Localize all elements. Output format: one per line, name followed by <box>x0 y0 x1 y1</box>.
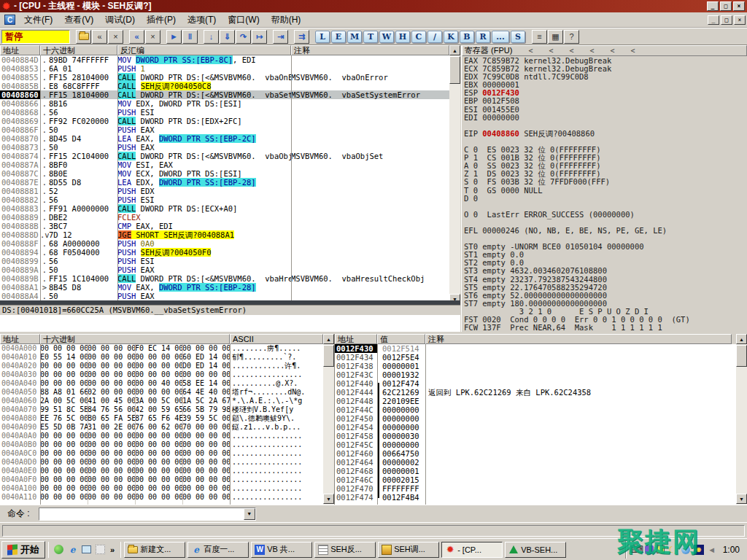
disasm-row[interactable]: 00408860.FF15 18104000CALL DWORD PTR DS:… <box>0 90 449 99</box>
menu-item-4[interactable]: 选项(T) <box>182 12 222 28</box>
menu-item-0[interactable]: 文件(F) <box>18 12 58 28</box>
disasm-row[interactable]: 00408881.52PUSH EDX <box>0 187 449 195</box>
restore-button[interactable]: □ <box>720 1 732 11</box>
disasm-row[interactable]: 00408868.56PUSH ESI <box>0 108 449 117</box>
stack-row[interactable]: 0012F4300012F514 <box>335 344 737 353</box>
debug-step-button-2[interactable]: ► <box>166 30 182 44</box>
taskbar-task-app[interactable]: SEH调... <box>378 542 439 558</box>
disasm-row[interactable]: 00408874.FF15 2C104000CALL DWORD PTR DS:… <box>0 152 449 160</box>
mdi-minimize-button[interactable]: _ <box>708 15 719 25</box>
debug-step-button-3[interactable]: ‖ <box>182 30 198 44</box>
stack-row[interactable]: 0012F43C00001932 <box>335 370 737 379</box>
disasm-row[interactable]: 00408882.56PUSH ESI <box>0 195 449 204</box>
window-button-H[interactable]: H <box>395 31 410 43</box>
restart-button[interactable]: « <box>92 30 107 44</box>
menu-item-5[interactable]: 窗口(W) <box>222 12 265 28</box>
appearance-button[interactable]: ▦ <box>548 30 563 44</box>
debug-step-button-0[interactable]: « <box>129 30 144 44</box>
dump-row[interactable]: 0040A05088 A8 01 6602 00 00 0000 00 00 0… <box>0 388 323 397</box>
scroll-thumb[interactable] <box>736 345 747 367</box>
window-button-more[interactable]: ... <box>492 31 509 43</box>
disasm-row[interactable]: 00408855.FF15 28104000CALL DWORD PTR DS:… <box>0 73 449 82</box>
collapse-arrow-icon[interactable]: < <box>528 47 533 55</box>
close-button[interactable]: × <box>733 1 745 11</box>
window-button-T[interactable]: T <box>363 31 378 43</box>
scroll-down-icon[interactable]: ▼ <box>323 494 334 504</box>
stack-row[interactable]: 0012F4340012F5E4 <box>335 353 737 362</box>
disasm-row[interactable]: 0040886F.50PUSH EAX <box>0 125 449 134</box>
register-line[interactable]: EIP 00408860 SEH反调?00408860 <box>462 130 747 138</box>
taskbar-task-vb[interactable]: VB-SEH... <box>505 542 566 558</box>
command-combobox[interactable]: ▼ <box>39 508 256 521</box>
collapse-arrow-icon[interactable]: < <box>589 47 594 55</box>
debug-step-button-6[interactable]: ↷ <box>236 30 251 44</box>
stack-row[interactable]: 0012F448220109EE <box>335 397 737 405</box>
stack-row[interactable]: 0012F44C00000000 <box>335 405 737 414</box>
disasm-row[interactable]: 00408873.50PUSH EAX <box>0 143 449 152</box>
disasm-row[interactable]: 0040887C.8B0EMOV ECX, DWORD PTR DS:[ESI] <box>0 169 449 178</box>
scroll-down-icon[interactable]: ▼ <box>736 494 747 504</box>
dump-row[interactable]: 0040A0C000 00 00 0000 00 00 0000 00 00 0… <box>0 449 323 458</box>
disasm-row[interactable]: 00408870.8D45 D4LEA EAX, DWORD PTR SS:[E… <box>0 134 449 143</box>
registers-pane[interactable]: 寄存器 (FPU)<<<<<< EAX 7C859B72 kernel32.De… <box>461 45 747 332</box>
cpu-window-icon[interactable]: C <box>4 15 15 25</box>
dump-row[interactable]: 0040A00000 00 00 0000 00 00 00F0 EC 14 0… <box>0 344 323 353</box>
window-button-B[interactable]: B <box>460 31 474 43</box>
scroll-thumb[interactable] <box>449 56 460 84</box>
ie-icon[interactable]: e <box>66 542 80 556</box>
debug-step-button-9[interactable]: ⇉ <box>294 30 309 44</box>
disasm-row[interactable]: 00408866.8B16MOV EDX, DWORD PTR DS:[ESI] <box>0 99 449 108</box>
window-button-slash[interactable]: / <box>427 31 442 43</box>
stack-row[interactable]: 0012F4400012F474 <box>335 379 737 388</box>
window-button-K[interactable]: K <box>444 31 458 43</box>
register-line[interactable]: D 0 <box>462 195 747 203</box>
window-button-S[interactable]: S <box>511 31 525 43</box>
scroll-up-icon[interactable]: ▲ <box>323 334 334 344</box>
stack-row[interactable]: 0012F43800000001 <box>335 362 737 370</box>
mdi-restore-button[interactable]: □ <box>721 15 732 25</box>
dump-row[interactable]: 0040A10000 00 00 0000 00 00 0000 00 00 0… <box>0 484 323 493</box>
dump-row[interactable]: 0040A090E5 5D 0B 7A31 00 2E 0076 00 62 0… <box>0 423 323 432</box>
stack-row[interactable]: 0012F46400000002 <box>335 458 737 467</box>
disasm-row[interactable]: 004088A1>8B45 D8MOV EAX, DWORD PTR SS:[E… <box>0 283 449 292</box>
disasm-row[interactable]: 0040884D.89BD 74FFFFFFMOV DWORD PTR SS:[… <box>0 55 449 64</box>
dump-row[interactable]: 0040A07099 51 8C 5B84 76 56 0042 00 59 6… <box>0 405 323 414</box>
dump-row[interactable]: 0040A0A000 00 00 0000 00 00 0000 00 00 0… <box>0 432 323 440</box>
close-process-button[interactable]: × <box>108 30 123 44</box>
dump-row[interactable]: 0040A11000 00 00 0000 00 00 0000 00 00 0… <box>0 493 323 502</box>
taskbar-task-olly[interactable]: ✹- [CP... <box>441 542 503 558</box>
start-button[interactable]: 开始 <box>1 541 45 559</box>
messenger-icon[interactable] <box>52 542 66 556</box>
dump-row[interactable]: 0040A02000 00 00 0000 00 00 0000 00 00 0… <box>0 362 323 370</box>
chevron-icon[interactable]: » <box>107 545 117 554</box>
dump-row[interactable]: 0040A0B000 00 00 0000 00 00 0000 00 00 0… <box>0 440 323 449</box>
disasm-row[interactable]: 0040888B.3BC7CMP EAX, EDI <box>0 222 449 230</box>
collapse-arrow-icon[interactable]: < <box>611 47 615 55</box>
window-button-C[interactable]: C <box>411 31 426 43</box>
debug-step-button-8[interactable]: ⇥ <box>273 30 288 44</box>
disasm-row[interactable]: 00408869.FF92 FC020000CALL DWORD PTR DS:… <box>0 117 449 125</box>
options-list-button[interactable]: ≡ <box>532 30 547 44</box>
disassembly-scrollbar[interactable]: ▲ ▼ <box>449 45 460 305</box>
register-line[interactable]: ESI 001455E0 <box>462 106 747 114</box>
disasm-row[interactable]: 00408853.6A 01PUSH 1 <box>0 64 449 73</box>
debug-step-button-5[interactable]: ⇓ <box>220 30 235 44</box>
stack-row[interactable]: 0012F46800000001 <box>335 467 737 475</box>
window-button-L[interactable]: L <box>315 31 330 43</box>
taskbar-task-text[interactable]: SEH反... <box>314 542 376 558</box>
scroll-up-icon[interactable]: ▲ <box>736 334 747 344</box>
menu-item-1[interactable]: 查看(V) <box>58 12 99 28</box>
speaker-icon[interactable]: ◄ <box>707 545 717 555</box>
dump-scrollbar[interactable]: ▲ ▼ <box>323 334 334 505</box>
stack-row[interactable]: 0012F44462C21269返回到 LPK.62C21269 来自 LPK.… <box>335 388 737 397</box>
stack-row[interactable]: 0012F45000000000 <box>335 414 737 423</box>
menu-item-3[interactable]: 插件(P) <box>141 12 182 28</box>
disasm-row[interactable]: 00408883.FF91 A0000000CALL DWORD PTR DS:… <box>0 204 449 213</box>
register-line[interactable]: FCW 137F Prec NEAR,64 Mask 1 1 1 1 1 1 <box>462 324 747 332</box>
menu-item-2[interactable]: 调试(D) <box>99 12 141 28</box>
collapse-arrow-icon[interactable]: < <box>549 47 553 55</box>
collapse-arrow-icon[interactable]: < <box>631 47 635 55</box>
stack-row[interactable]: 0012F4740012F4B4 <box>335 493 737 502</box>
command-input[interactable] <box>40 509 243 519</box>
taskbar-task-ie[interactable]: e百度一... <box>187 542 249 558</box>
